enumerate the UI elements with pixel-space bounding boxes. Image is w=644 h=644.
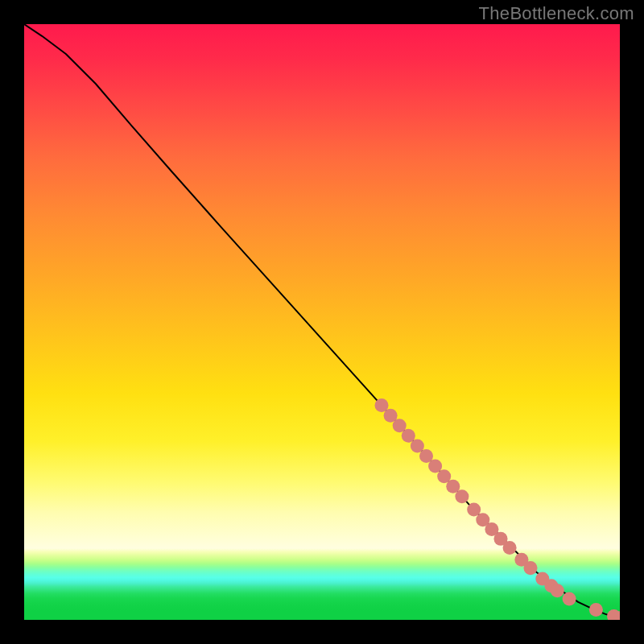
scatter-dot <box>503 541 517 555</box>
scatter-dot <box>551 584 564 597</box>
scatter-dot <box>589 603 603 617</box>
scatter-dot <box>563 592 576 606</box>
scatter-dot <box>523 561 537 575</box>
chart-svg <box>24 24 620 620</box>
chart-frame: TheBottleneck.com <box>0 0 644 644</box>
watermark-text: TheBottleneck.com <box>479 3 634 24</box>
scatter-dot <box>455 489 469 503</box>
scatter-dots <box>374 398 620 620</box>
plot-area <box>24 24 620 620</box>
bottleneck-curve <box>24 24 620 618</box>
